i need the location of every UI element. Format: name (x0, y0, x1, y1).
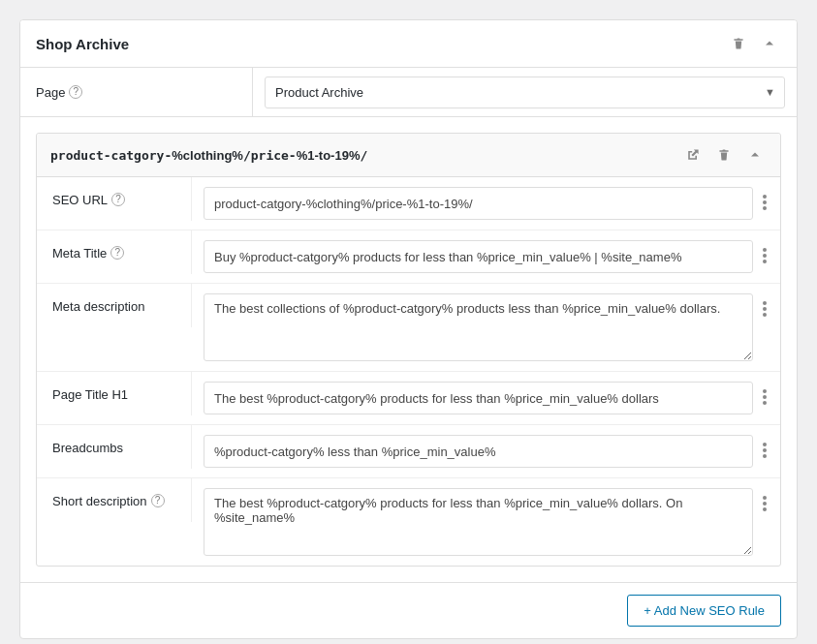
field-input-cell-meta-description: The best collections of %product-catgory… (192, 284, 780, 371)
dot-3 (763, 401, 767, 405)
panel-header: Shop Archive (20, 20, 797, 68)
dot-2 (763, 200, 767, 204)
seo-url-input[interactable] (204, 187, 753, 220)
dot-2 (763, 448, 767, 452)
dot-2 (763, 254, 767, 258)
field-row-page-title-h1: Page Title H1 (37, 372, 780, 425)
delete-rule-button[interactable] (712, 143, 736, 167)
field-row-breadcrumbs: Breadcumbs (37, 425, 780, 478)
add-new-seo-rule-button[interactable]: + Add New SEO Rule (627, 595, 781, 627)
meta-title-label: Meta Title (52, 246, 107, 261)
field-row-meta-description: Meta description The best collections of… (37, 284, 780, 372)
dot-2 (763, 395, 767, 399)
meta-description-label: Meta description (52, 299, 144, 314)
meta-description-options-button[interactable] (759, 297, 770, 321)
page-select[interactable]: Product Archive Category Archive Tag Arc… (265, 77, 785, 108)
page-label-cell: Page ? (20, 68, 253, 116)
panel-header-actions (727, 32, 781, 55)
dot-1 (763, 443, 767, 446)
breadcrumbs-options-button[interactable] (759, 439, 770, 462)
page-title-h1-label: Page Title H1 (52, 387, 128, 402)
collapse-rule-button[interactable] (743, 143, 767, 167)
meta-title-help-icon[interactable]: ? (110, 246, 124, 260)
seo-url-options-button[interactable] (759, 191, 770, 214)
dot-1 (763, 389, 767, 393)
collapse-panel-button[interactable] (758, 32, 781, 55)
field-input-cell-meta-title (192, 230, 780, 283)
trash-icon (716, 147, 732, 163)
rule-block: product-catgory-%clothing%/price-%1-to-1… (36, 133, 781, 567)
dot-1 (763, 248, 767, 252)
chevron-up-icon (762, 36, 777, 51)
page-title-h1-input[interactable] (204, 382, 753, 414)
field-label-short-description: Short description ? (37, 478, 192, 522)
external-link-button[interactable] (681, 143, 705, 167)
panel-title: Shop Archive (36, 36, 129, 52)
dot-3 (763, 206, 767, 210)
dot-3 (763, 260, 767, 263)
seo-url-help-icon[interactable]: ? (111, 193, 125, 206)
page-select-cell: Product Archive Category Archive Tag Arc… (253, 69, 797, 116)
short-description-help-icon[interactable]: ? (151, 494, 165, 507)
page-help-icon[interactable]: ? (69, 85, 82, 99)
chevron-up-icon (747, 147, 763, 163)
external-link-icon (685, 147, 701, 163)
field-label-breadcrumbs: Breadcumbs (37, 425, 192, 469)
page-row: Page ? Product Archive Category Archive … (20, 68, 797, 117)
short-description-textarea[interactable]: The best %product-catgory% products for … (204, 488, 753, 556)
page-select-wrapper: Product Archive Category Archive Tag Arc… (265, 77, 785, 108)
field-label-meta-title: Meta Title ? (37, 230, 192, 274)
panel-footer: + Add New SEO Rule (20, 582, 797, 638)
short-description-options-button[interactable] (759, 492, 770, 515)
dot-1 (763, 195, 767, 199)
meta-description-textarea[interactable]: The best collections of %product-catgory… (204, 293, 753, 361)
field-input-cell-seo-url (192, 177, 780, 230)
field-label-meta-description: Meta description (37, 284, 192, 327)
trash-icon (731, 36, 746, 51)
rule-header-actions (681, 143, 767, 167)
main-panel: Shop Archive Page ? Product Archive (19, 19, 798, 639)
dot-1 (763, 301, 767, 305)
field-label-seo-url: SEO URL ? (37, 177, 192, 221)
meta-title-options-button[interactable] (759, 244, 770, 267)
page-title-h1-options-button[interactable] (759, 385, 770, 409)
dot-3 (763, 454, 767, 458)
dot-3 (763, 507, 767, 511)
page-label: Page (36, 85, 65, 100)
field-row-meta-title: Meta Title ? (37, 230, 780, 284)
meta-title-input[interactable] (204, 240, 753, 273)
field-input-cell-page-title-h1 (192, 372, 780, 424)
field-label-page-title-h1: Page Title H1 (37, 372, 192, 415)
rule-slug: product-catgory-%clothing%/price-%1-to-1… (50, 148, 367, 163)
rule-header: product-catgory-%clothing%/price-%1-to-1… (37, 134, 780, 177)
dot-3 (763, 313, 767, 317)
field-input-cell-short-description: The best %product-catgory% products for … (192, 478, 780, 566)
field-row-seo-url: SEO URL ? (37, 177, 780, 230)
field-row-short-description: Short description ? The best %product-ca… (37, 478, 780, 566)
dot-2 (763, 307, 767, 311)
delete-panel-button[interactable] (727, 32, 750, 55)
breadcrumbs-label: Breadcumbs (52, 441, 123, 455)
short-description-label: Short description (52, 494, 147, 508)
field-input-cell-breadcrumbs (192, 425, 780, 477)
seo-url-label: SEO URL (52, 193, 108, 207)
breadcrumbs-input[interactable] (204, 435, 753, 468)
dot-2 (763, 502, 767, 506)
dot-1 (763, 496, 767, 500)
